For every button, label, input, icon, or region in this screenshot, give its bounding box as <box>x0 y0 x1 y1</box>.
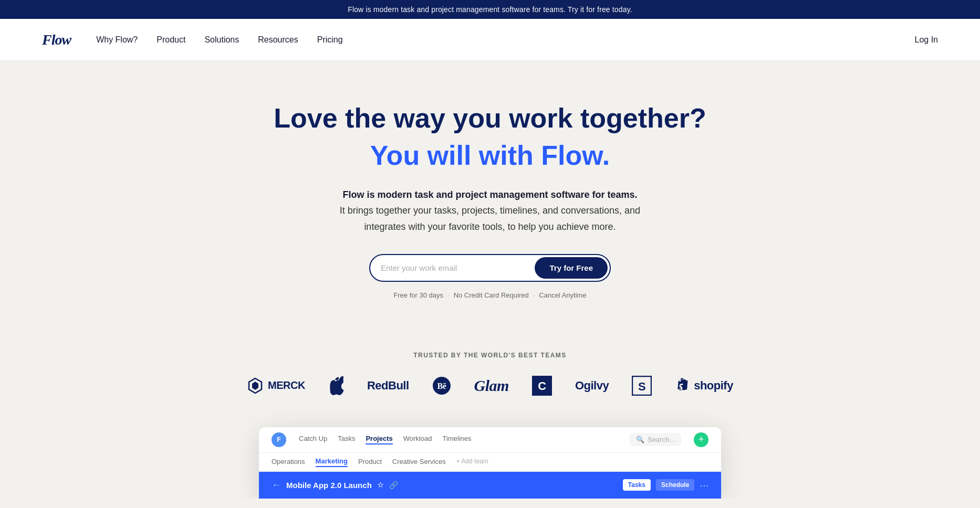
merck-label: MERCK <box>268 379 305 391</box>
nav-item-resources[interactable]: Resources <box>258 35 298 45</box>
logo[interactable]: Flow <box>42 31 71 48</box>
svg-text:C: C <box>538 379 546 393</box>
app-search-bar[interactable]: 🔍 Search... <box>630 433 681 446</box>
app-back-button[interactable]: ← <box>272 480 281 491</box>
app-preview: F Catch Up Tasks Projects Workload Timel… <box>259 427 721 499</box>
nav-item-product[interactable]: Product <box>157 35 185 45</box>
app-subnav-marketing[interactable]: Marketing <box>316 457 348 467</box>
brand-apple <box>328 376 344 395</box>
app-subnav-product[interactable]: Product <box>358 458 382 467</box>
hero-headline-2: You will with Flow. <box>11 140 969 171</box>
hero-sub-bold: Flow is modern task and project manageme… <box>342 189 637 200</box>
apple-icon <box>328 376 344 395</box>
app-tasks-tag[interactable]: Tasks <box>623 479 651 491</box>
carhartt-icon: C <box>532 376 552 396</box>
logos-row: MERCK RedBull Bē Glam C <box>11 376 969 396</box>
nav-link-why-flow[interactable]: Why Flow? <box>96 35 138 44</box>
nav-link-resources[interactable]: Resources <box>258 35 298 44</box>
brand-merck: MERCK <box>247 377 305 394</box>
nav-item-pricing[interactable]: Pricing <box>317 35 343 45</box>
banner-text: Flow is modern task and project manageme… <box>348 5 632 14</box>
nav-link-product[interactable]: Product <box>157 35 185 44</box>
free-note-3: Cancel Anytime <box>539 291 586 299</box>
search-icon: 🔍 <box>636 436 644 443</box>
app-task-name: Mobile App 2.0 Launch <box>286 481 372 490</box>
app-tab-workload[interactable]: Workload <box>403 435 432 444</box>
navbar-left: Flow Why Flow? Product Solutions Resourc… <box>42 31 343 48</box>
nav-item-solutions[interactable]: Solutions <box>204 35 239 45</box>
app-avatar: F <box>272 432 286 447</box>
try-free-button[interactable]: Try for Free <box>535 257 608 279</box>
app-task-title: ← Mobile App 2.0 Launch ☆ 🔗 <box>272 480 398 491</box>
shopify-icon <box>675 377 690 394</box>
app-add-button[interactable]: + <box>694 432 708 447</box>
brand-behance: Bē <box>432 376 451 395</box>
search-placeholder: Search... <box>648 436 675 443</box>
nav-item-why-flow[interactable]: Why Flow? <box>96 35 138 45</box>
app-subnav-add[interactable]: + Add team <box>456 458 488 466</box>
trusted-section: TRUSTED BY THE WORLD'S BEST TEAMS MERCK … <box>0 325 980 411</box>
app-task-buttons: Tasks Schedule ··· <box>623 479 708 491</box>
star-icon: ☆ <box>377 481 384 489</box>
navbar: Flow Why Flow? Product Solutions Resourc… <box>0 19 980 61</box>
app-subnav-operations[interactable]: Operations <box>272 458 305 467</box>
email-form: Try for Free <box>369 254 611 282</box>
ogilvy-label: Ogilvy <box>575 379 609 393</box>
app-more-button[interactable]: ··· <box>700 479 708 491</box>
free-note-1: Free for 30 days <box>393 291 443 299</box>
app-sub-nav: Operations Marketing Product Creative Se… <box>259 453 721 472</box>
app-nav-tabs: Catch Up Tasks Projects Workload Timelin… <box>299 435 617 444</box>
behance-icon: Bē <box>432 376 451 395</box>
app-schedule-tag[interactable]: Schedule <box>656 479 694 491</box>
nav-links: Why Flow? Product Solutions Resources Pr… <box>96 35 342 45</box>
nav-link-pricing[interactable]: Pricing <box>317 35 343 44</box>
app-tab-catchup[interactable]: Catch Up <box>299 435 327 444</box>
hero-sub-regular: It brings together your tasks, projects,… <box>340 205 640 232</box>
app-tab-tasks[interactable]: Tasks <box>338 435 355 444</box>
hero-headline-1: Love the way you work together? <box>11 103 969 134</box>
free-note-2: No Credit Card Required <box>454 291 529 299</box>
brand-carhartt: C <box>532 376 552 396</box>
app-task-row: ← Mobile App 2.0 Launch ☆ 🔗 Tasks Schedu… <box>259 472 721 499</box>
redbull-label: RedBull <box>367 379 409 393</box>
app-tab-timelines[interactable]: Timelines <box>442 435 471 444</box>
app-nav-bar: F Catch Up Tasks Projects Workload Timel… <box>259 427 721 453</box>
merck-icon <box>247 377 264 394</box>
dot-1: · <box>447 291 450 299</box>
brand-skillshare: S <box>632 376 652 396</box>
free-note: Free for 30 days · No Credit Card Requir… <box>11 291 969 299</box>
login-button[interactable]: Log In <box>915 35 938 45</box>
dot-2: · <box>533 291 535 299</box>
hero-subtext: Flow is modern task and project manageme… <box>327 187 653 235</box>
brand-ogilvy: Ogilvy <box>575 379 609 393</box>
hero-section: Love the way you work together? You will… <box>0 61 980 325</box>
glam-label: Glam <box>474 377 509 395</box>
svg-marker-1 <box>252 382 258 390</box>
trusted-label: TRUSTED BY THE WORLD'S BEST TEAMS <box>11 352 969 359</box>
app-subnav-creative[interactable]: Creative Services <box>392 458 446 467</box>
top-banner: Flow is modern task and project manageme… <box>0 0 980 19</box>
brand-glam: Glam <box>474 377 509 395</box>
link-icon: 🔗 <box>389 481 398 489</box>
brand-redbull: RedBull <box>367 379 409 393</box>
nav-link-solutions[interactable]: Solutions <box>204 35 239 44</box>
app-tab-projects[interactable]: Projects <box>366 435 392 444</box>
brand-shopify: shopify <box>675 377 733 394</box>
skillshare-icon: S <box>632 376 652 396</box>
svg-text:S: S <box>638 380 645 393</box>
email-input[interactable] <box>381 258 535 278</box>
shopify-label: shopify <box>694 379 733 393</box>
svg-text:Bē: Bē <box>437 382 446 390</box>
